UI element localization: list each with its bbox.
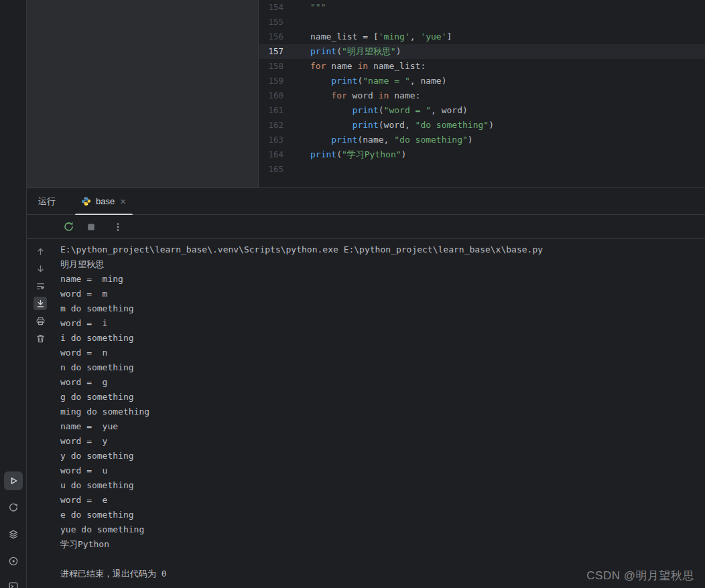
run-anything-button[interactable]	[4, 552, 23, 571]
scroll-to-end-button[interactable]	[34, 297, 47, 310]
print-button[interactable]	[34, 314, 47, 327]
activity-bar	[0, 0, 27, 588]
console-lines: E:\python_project\learn_base\.venv\Scrip…	[60, 242, 705, 581]
line-number: 162	[259, 118, 310, 133]
editor-line-165[interactable]: 165	[259, 162, 705, 177]
editor-line-164[interactable]: 164print("学习Python")	[259, 147, 705, 162]
print-icon	[36, 316, 46, 326]
line-number: 155	[259, 15, 310, 29]
run-tab-base[interactable]: base ×	[73, 188, 135, 215]
rerun-icon	[63, 221, 74, 232]
console-line: word = u	[60, 463, 705, 478]
editor-line-155[interactable]: 155	[259, 15, 705, 29]
top-area: 154"""155156name_list = ['ming', 'yue']1…	[27, 0, 705, 188]
more-options-icon	[113, 222, 123, 232]
console-line: word = y	[60, 434, 705, 449]
line-number: 163	[259, 133, 310, 147]
editor-line-161[interactable]: 161 print("word = ", word)	[259, 103, 705, 118]
python-console-button[interactable]	[4, 498, 23, 517]
line-number: 159	[259, 74, 310, 88]
console-line: e do something	[60, 508, 705, 522]
console-line: y do something	[60, 449, 705, 463]
code-text: name_list = ['ming', 'yue']	[310, 29, 452, 44]
run-toolbar	[27, 215, 705, 239]
code-text: """	[310, 0, 326, 15]
editor-line-157[interactable]: 157print("明月望秋思")	[259, 44, 705, 59]
stop-icon	[86, 222, 97, 232]
terminal-button[interactable]	[4, 577, 23, 588]
python-console-icon	[8, 502, 19, 513]
terminal-icon	[8, 581, 19, 588]
python-logo-icon	[81, 196, 91, 206]
console-line: E:\python_project\learn_base\.venv\Scrip…	[60, 242, 705, 257]
code-editor[interactable]: 154"""155156name_list = ['ming', 'yue']1…	[259, 0, 705, 188]
console-line: name = yue	[60, 419, 705, 434]
console-line	[60, 552, 705, 567]
code-text: print(name, "do something")	[310, 133, 473, 147]
run-circle-icon	[8, 556, 19, 567]
clear-console-button[interactable]	[34, 332, 47, 345]
soft-wrap-icon	[36, 281, 46, 291]
editor-line-154[interactable]: 154"""	[259, 0, 705, 15]
line-number: 157	[259, 44, 310, 59]
services-layers-icon	[8, 529, 19, 540]
console-line: i do something	[60, 331, 705, 346]
line-number: 160	[259, 88, 310, 103]
run-tab-label: base	[96, 196, 115, 206]
editor-line-162[interactable]: 162 print(word, "do something")	[259, 118, 705, 133]
code-text: print("明月望秋思")	[310, 44, 401, 59]
jump-up-button[interactable]	[34, 244, 47, 258]
trash-icon	[36, 334, 46, 344]
run-toolwindow-title: 运行	[38, 196, 56, 208]
console-line: word = i	[60, 316, 705, 331]
up-arrow-icon	[36, 246, 46, 256]
code-text: print(word, "do something")	[310, 118, 494, 133]
console-line: u do something	[60, 478, 705, 493]
console-line: word = n	[60, 346, 705, 360]
rerun-button[interactable]	[62, 220, 75, 234]
editor-line-163[interactable]: 163 print(name, "do something")	[259, 133, 705, 147]
console-line: 学习Python	[60, 537, 705, 552]
code-text: print("学习Python")	[310, 147, 406, 162]
editor-line-156[interactable]: 156name_list = ['ming', 'yue']	[259, 29, 705, 44]
stop-button[interactable]	[84, 220, 98, 234]
jump-down-button[interactable]	[34, 262, 47, 275]
editor-line-160[interactable]: 160 for word in name:	[259, 88, 705, 103]
run-toolwindow-button[interactable]	[4, 471, 23, 490]
more-options-button[interactable]	[111, 220, 125, 234]
line-number: 164	[259, 147, 310, 162]
line-number: 154	[259, 0, 310, 15]
run-console-output[interactable]: E:\python_project\learn_base\.venv\Scrip…	[54, 239, 705, 588]
run-play-icon	[8, 475, 19, 486]
console-line: word = e	[60, 493, 705, 508]
code-text: print("word = ", word)	[310, 103, 468, 118]
code-text: print("name = ", name)	[310, 74, 447, 88]
line-number: 158	[259, 59, 310, 74]
line-number: 161	[259, 103, 310, 118]
code-text: for name in name_list:	[310, 59, 426, 74]
console-line: m do something	[60, 301, 705, 316]
line-number: 156	[259, 29, 310, 44]
soft-wrap-button[interactable]	[34, 279, 47, 293]
code-text: for word in name:	[310, 88, 420, 103]
scroll-to-end-icon	[36, 299, 46, 309]
close-tab-icon[interactable]: ×	[119, 196, 127, 206]
console-line: ming do something	[60, 405, 705, 419]
line-number: 165	[259, 162, 310, 177]
editor-line-159[interactable]: 159 print("name = ", name)	[259, 74, 705, 88]
console-gutter	[27, 239, 54, 588]
editor-line-158[interactable]: 158for name in name_list:	[259, 59, 705, 74]
console-line: g do something	[60, 390, 705, 405]
console-line: yue do something	[60, 522, 705, 537]
down-arrow-icon	[36, 264, 46, 274]
console-line: word = g	[60, 375, 705, 390]
editor-lines: 154"""155156name_list = ['ming', 'yue']1…	[259, 0, 705, 177]
watermark: CSDN @明月望秋思	[586, 568, 694, 583]
console-line: n do something	[60, 360, 705, 375]
run-toolwindow-header: 运行 base ×	[27, 188, 705, 215]
console-line: word = m	[60, 287, 705, 301]
services-button[interactable]	[4, 525, 23, 544]
project-panel[interactable]	[27, 0, 259, 188]
console-line: name = ming	[60, 272, 705, 287]
console-line: 明月望秋思	[60, 257, 705, 272]
